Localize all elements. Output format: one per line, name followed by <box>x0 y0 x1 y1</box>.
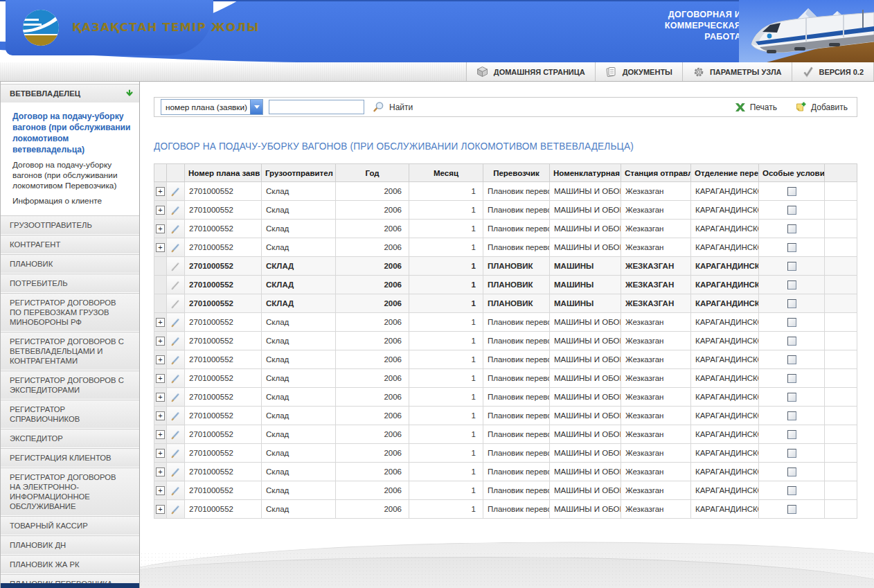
edit-pencil-icon[interactable] <box>170 373 181 384</box>
expand-button[interactable] <box>156 355 165 364</box>
sidebar-section[interactable]: ПЛАНОВИК ДН <box>1 535 139 555</box>
month-cell: 1 <box>409 369 483 388</box>
month-cell: 1 <box>409 463 483 481</box>
special-conditions-checkbox[interactable] <box>787 449 796 458</box>
find-button[interactable]: Найти <box>373 101 413 113</box>
special-conditions-checkbox[interactable] <box>787 299 796 308</box>
special-conditions-checkbox[interactable] <box>787 337 796 346</box>
sidebar-submenu-link[interactable]: Договор на подачу-уборку вагонов (при об… <box>1 158 139 194</box>
edit-pencil-icon[interactable] <box>170 355 181 365</box>
expand-cell <box>154 332 167 350</box>
column-header-carrier: Перевозчик <box>483 164 550 182</box>
special-conditions-checkbox[interactable] <box>787 224 796 233</box>
special-conditions-checkbox[interactable] <box>787 411 796 420</box>
top-navigation-bar: ДОМАШНЯЯ СТРАНИЦА ДОКУМЕНТЫ ПАРАМЕТРЫ УЗ… <box>0 62 874 82</box>
sidebar-submenu-link[interactable]: Договор на подачу-уборку вагонов (при об… <box>1 109 139 158</box>
edit-pencil-icon[interactable] <box>170 429 181 440</box>
special-conditions-checkbox[interactable] <box>787 393 796 402</box>
expand-button[interactable] <box>156 449 165 458</box>
special-conditions-checkbox[interactable] <box>787 243 796 252</box>
print-button[interactable]: Печать <box>735 102 777 113</box>
sidebar-section[interactable]: ПЛАНОВИК <box>1 254 139 274</box>
sidebar-section[interactable]: ЭКСПЕДИТОР <box>1 429 139 448</box>
edit-pencil-icon[interactable] <box>170 205 181 215</box>
expand-button[interactable] <box>156 486 165 495</box>
special-conditions-checkbox[interactable] <box>787 187 796 196</box>
special-conditions-checkbox[interactable] <box>787 430 796 439</box>
edit-pencil-icon[interactable] <box>170 242 181 253</box>
special-conditions-checkbox[interactable] <box>787 262 796 271</box>
sidebar-section[interactable]: ТОВАРНЫЙ КАССИР <box>1 516 139 535</box>
edit-pencil-icon[interactable] <box>170 467 181 477</box>
expand-button[interactable] <box>156 393 165 402</box>
carrier-cell: Плановик перево <box>483 388 550 407</box>
expand-button[interactable] <box>156 318 165 327</box>
edit-pencil-icon[interactable] <box>170 280 181 290</box>
shipper-cell: Склад <box>262 388 336 407</box>
edit-pencil-icon[interactable] <box>170 336 181 346</box>
add-button[interactable]: Добавить <box>795 101 848 113</box>
special-conditions-checkbox[interactable] <box>787 280 796 289</box>
expand-button[interactable] <box>156 187 165 196</box>
search-input[interactable] <box>269 100 364 114</box>
edit-pencil-icon[interactable] <box>170 504 181 515</box>
shipper-cell: Склад <box>262 332 336 350</box>
search-field-select[interactable]: номер плана (заявки) <box>161 99 263 115</box>
table-row: 2701000552 Склад 2006 1 Плановик перево … <box>154 407 857 425</box>
edit-pencil-icon[interactable] <box>170 485 181 496</box>
shipper-cell: Склад <box>262 350 336 369</box>
year-cell: 2006 <box>336 276 409 294</box>
special-conditions-checkbox[interactable] <box>787 486 796 495</box>
sidebar-section[interactable]: РЕГИСТРАТОР ДОГОВОРОВ НА ЭЛЕКТРОННО-ИНФО… <box>1 467 139 516</box>
edit-pencil-icon[interactable] <box>170 224 181 234</box>
sidebar-section[interactable]: ПЛАНОВИК ЖА РК <box>1 555 139 574</box>
division-cell: КАРАГАНДИНСКО <box>691 238 759 257</box>
year-cell: 2006 <box>336 463 409 481</box>
special-conditions-checkbox[interactable] <box>787 206 796 215</box>
expand-button[interactable] <box>156 243 165 252</box>
expand-button[interactable] <box>156 411 165 420</box>
nav-tab-home[interactable]: ДОМАШНЯЯ СТРАНИЦА <box>466 62 595 81</box>
sidebar-section[interactable]: РЕГИСТРАТОР ДОГОВОРОВ С ЭКСПЕДИТОРАМИ <box>1 371 139 400</box>
sidebar-section-vetvevladelec[interactable]: ВЕТВЕВЛАДЕЛЕЦ <box>1 84 139 103</box>
sidebar-section[interactable]: ПОТРЕБИТЕЛЬ <box>1 274 139 293</box>
edit-pencil-icon[interactable] <box>170 411 181 421</box>
table-row: 2701000552 Склад 2006 1 Плановик перево … <box>154 238 857 257</box>
sidebar-section[interactable]: ГРУЗООТПРАВИТЕЛЬ <box>1 215 139 235</box>
special-conditions-checkbox[interactable] <box>787 467 796 476</box>
division-cell: КАРАГАНДИНСКО <box>691 425 759 444</box>
sidebar-section[interactable]: РЕГИСТРАЦИЯ КЛИЕНТОВ <box>1 448 139 467</box>
sidebar-section[interactable]: РЕГИСТРАТОР ДОГОВОРОВ ПО ПЕРЕВОЗКАМ ГРУЗ… <box>1 293 139 332</box>
special-conditions-cell <box>759 257 825 276</box>
edit-pencil-icon[interactable] <box>170 317 181 328</box>
nav-tab-node-parameters[interactable]: ПАРАМЕТРЫ УЗЛА <box>682 62 792 81</box>
table-row: 2701000552 Склад 2006 1 Плановик перево … <box>154 220 857 238</box>
edit-pencil-icon[interactable] <box>170 299 181 309</box>
special-conditions-checkbox[interactable] <box>787 374 796 383</box>
nav-tab-version[interactable]: ВЕРСИЯ 0.2 <box>792 62 874 81</box>
table-row: 2701000552 Склад 2006 1 Плановик перево … <box>154 388 857 407</box>
sidebar-section[interactable]: РЕГИСТРАТОР СПРАВИОЧНИКОВ <box>1 400 139 429</box>
plan-number-cell: 2701000552 <box>185 425 262 444</box>
expand-button[interactable] <box>156 374 165 383</box>
edit-cell <box>167 201 185 220</box>
toolbar-actions: Печать Добавить <box>735 101 850 113</box>
special-conditions-checkbox[interactable] <box>787 355 796 364</box>
special-conditions-checkbox[interactable] <box>787 318 796 327</box>
expand-button[interactable] <box>156 467 165 476</box>
expand-button[interactable] <box>156 505 165 514</box>
expand-button[interactable] <box>156 224 165 233</box>
shipper-cell: Склад <box>262 238 336 257</box>
expand-button[interactable] <box>156 430 165 439</box>
edit-pencil-icon[interactable] <box>170 448 181 458</box>
nav-tab-documents[interactable]: ДОКУМЕНТЫ <box>595 62 682 81</box>
sidebar-section[interactable]: РЕГИСТРАТОР ДОГОВОРОВ С ВЕТВЕВЛАДЕЛЬЦАМИ… <box>1 332 139 371</box>
edit-pencil-icon[interactable] <box>170 392 181 402</box>
edit-pencil-icon[interactable] <box>170 261 181 271</box>
sidebar-submenu-link[interactable]: Информация о клиенте <box>1 194 139 209</box>
expand-button[interactable] <box>156 206 165 215</box>
sidebar-section[interactable]: КОНТРАГЕНТ <box>1 235 139 254</box>
edit-pencil-icon[interactable] <box>170 186 181 197</box>
special-conditions-checkbox[interactable] <box>787 505 796 514</box>
expand-button[interactable] <box>156 337 165 346</box>
